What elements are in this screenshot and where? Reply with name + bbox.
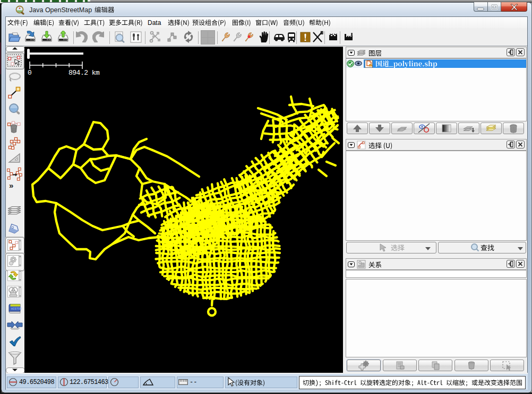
- svg-text:HISTORY: HISTORY: [11, 307, 22, 311]
